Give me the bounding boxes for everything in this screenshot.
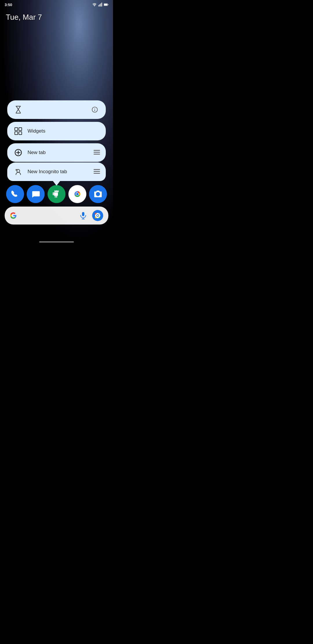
dock-app-android[interactable] [48, 185, 65, 203]
signal-icon [98, 2, 103, 7]
svg-rect-38 [95, 213, 100, 218]
svg-point-32 [76, 193, 79, 195]
widgets-icon [13, 126, 23, 136]
incognito-tab-label: New Incognito tab [28, 169, 67, 175]
dock-app-camera[interactable] [89, 185, 107, 203]
info-icon[interactable] [90, 104, 100, 115]
voice-search-button[interactable] [78, 210, 89, 221]
svg-rect-35 [82, 212, 84, 216]
menu-item-incognito-tab[interactable]: New Incognito tab [7, 162, 106, 181]
new-tab-left: New tab [13, 147, 46, 158]
dock [0, 185, 113, 225]
battery-icon [104, 2, 108, 7]
menu-item-new-tab[interactable]: New tab [7, 143, 106, 162]
svg-rect-13 [19, 128, 22, 131]
wifi-icon [92, 2, 97, 7]
widgets-label: Widgets [28, 128, 45, 134]
svg-point-34 [97, 193, 99, 196]
dock-app-messages[interactable] [27, 185, 45, 203]
new-tab-label: New tab [28, 150, 46, 155]
new-tab-icon [13, 147, 23, 158]
svg-rect-27 [94, 171, 100, 172]
date-label: Tue, Mar 7 [0, 8, 113, 24]
status-time: 3:50 [5, 3, 12, 7]
nav-gesture-bar [39, 241, 74, 243]
svg-rect-28 [94, 173, 100, 174]
svg-rect-2 [101, 3, 101, 6]
incognito-tab-drag-handle[interactable] [94, 169, 100, 175]
svg-rect-20 [94, 152, 100, 153]
new-tab-drag-handle[interactable] [94, 149, 100, 156]
svg-rect-21 [94, 154, 100, 155]
svg-rect-19 [94, 150, 100, 151]
svg-rect-0 [99, 5, 99, 6]
menu-item-widgets[interactable]: Widgets [7, 122, 106, 140]
google-lens-button[interactable] [92, 210, 103, 221]
svg-rect-5 [108, 4, 108, 5]
dock-icons [5, 185, 108, 203]
svg-rect-26 [94, 169, 100, 170]
search-bar[interactable] [5, 207, 108, 225]
incognito-icon [13, 167, 23, 177]
svg-rect-3 [101, 3, 102, 6]
svg-rect-1 [99, 4, 100, 7]
svg-point-24 [17, 170, 17, 171]
svg-rect-15 [19, 132, 22, 135]
svg-point-25 [17, 170, 18, 171]
svg-rect-12 [15, 128, 18, 131]
status-bar: 3:50 [0, 0, 113, 8]
incognito-tab-left: New Incognito tab [13, 167, 67, 177]
google-logo [10, 212, 17, 219]
svg-rect-14 [15, 132, 18, 135]
status-icons [92, 2, 108, 7]
hourglass-icon [13, 104, 23, 115]
menu-item-hourglass[interactable] [7, 100, 106, 119]
dock-app-phone[interactable] [6, 185, 24, 203]
svg-rect-6 [104, 4, 107, 6]
dock-app-chrome[interactable] [68, 185, 86, 203]
context-menu: Widgets New tab [7, 100, 106, 181]
